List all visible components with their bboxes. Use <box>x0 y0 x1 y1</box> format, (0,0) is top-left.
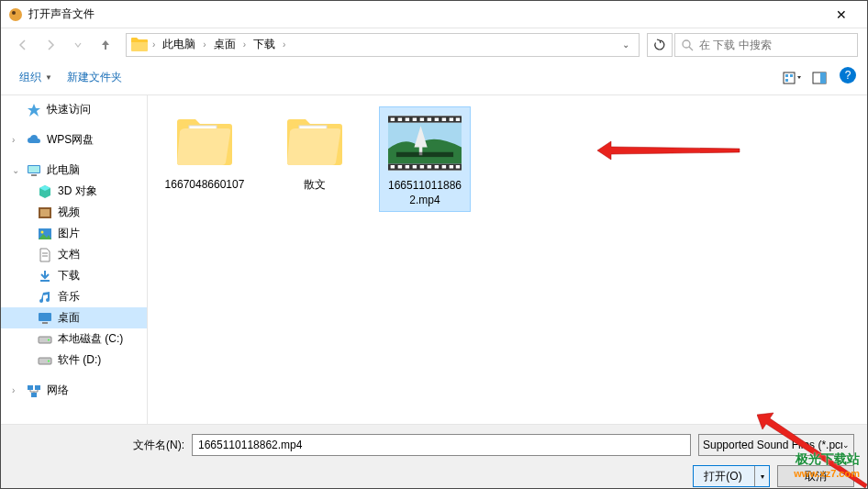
view-mode-button[interactable] <box>779 67 805 89</box>
sidebar-3dobjects[interactable]: 3D 对象 <box>1 181 147 202</box>
folder-thumbnail <box>168 110 241 174</box>
video-thumbnail <box>388 111 462 175</box>
new-folder-button[interactable]: 新建文件夹 <box>60 66 129 89</box>
breadcrumb[interactable]: › 此电脑 › 桌面 › 下载 › ⌄ <box>126 33 640 57</box>
sidebar-network[interactable]: › 网络 <box>1 380 147 401</box>
preview-pane-button[interactable] <box>807 67 832 89</box>
svg-rect-52 <box>450 117 453 121</box>
sidebar: 快速访问 › WPS网盘 ⌄ 此电脑 3D 对象 视频 图片 文档 下载 音乐 … <box>1 95 148 424</box>
svg-rect-10 <box>820 72 826 83</box>
svg-rect-6 <box>785 74 788 77</box>
svg-point-24 <box>48 339 50 340</box>
svg-rect-28 <box>35 385 40 390</box>
svg-rect-8 <box>785 79 788 82</box>
svg-rect-21 <box>39 313 51 321</box>
svg-rect-47 <box>413 117 417 121</box>
chevron-right-icon: › <box>150 39 157 50</box>
svg-rect-7 <box>790 74 793 77</box>
sidebar-downloads[interactable]: 下载 <box>1 265 147 286</box>
sidebar-disk-d[interactable]: 软件 (D:) <box>1 350 147 371</box>
sidebar-disk-c[interactable]: 本地磁盘 (C:) <box>1 328 147 350</box>
svg-rect-65 <box>396 152 453 157</box>
svg-rect-51 <box>442 117 446 121</box>
filetype-select[interactable]: Supported Sound Files (*.pcm ⌄ <box>698 434 854 456</box>
cube-icon <box>38 184 52 199</box>
chevron-down-icon: ⌄ <box>12 165 21 175</box>
svg-point-1 <box>12 11 16 15</box>
help-button[interactable]: ? <box>840 67 856 83</box>
sidebar-pictures[interactable]: 图片 <box>1 223 147 244</box>
svg-rect-29 <box>31 393 37 397</box>
sidebar-videos[interactable]: 视频 <box>1 202 147 223</box>
footer: 文件名(N): Supported Sound Files (*.pcm ⌄ 打… <box>1 424 867 489</box>
sidebar-wps[interactable]: › WPS网盘 <box>1 129 147 150</box>
svg-rect-54 <box>391 165 395 169</box>
breadcrumb-downloads[interactable]: 下载 <box>250 35 279 54</box>
sidebar-music[interactable]: 音乐 <box>1 286 147 307</box>
svg-rect-49 <box>428 117 431 121</box>
back-button[interactable] <box>10 33 36 57</box>
main-area: 快速访问 › WPS网盘 ⌄ 此电脑 3D 对象 视频 图片 文档 下载 音乐 … <box>1 95 867 424</box>
search-icon <box>681 39 694 51</box>
toolbar: 组织 ▼ 新建文件夹 ? <box>1 61 867 95</box>
svg-rect-13 <box>31 174 37 176</box>
desktop-icon <box>38 311 52 326</box>
monitor-icon <box>27 163 41 178</box>
refresh-button[interactable] <box>647 33 673 57</box>
filename-label: 文件名(N): <box>133 438 184 453</box>
svg-rect-61 <box>442 165 446 169</box>
sidebar-thispc[interactable]: ⌄ 此电脑 <box>1 160 147 181</box>
filename-input[interactable] <box>192 434 691 456</box>
folder-item[interactable]: 1667048660107 <box>159 106 250 196</box>
svg-point-0 <box>9 8 22 21</box>
window-title: 打开声音文件 <box>28 6 823 22</box>
svg-rect-12 <box>28 166 39 172</box>
app-icon <box>8 7 23 22</box>
titlebar: 打开声音文件 ✕ <box>1 1 867 28</box>
cancel-button[interactable]: 取消 <box>777 465 854 487</box>
cloud-icon <box>27 133 41 148</box>
svg-rect-50 <box>435 117 439 121</box>
sidebar-desktop[interactable]: 桌面 <box>1 307 147 328</box>
search-box[interactable] <box>674 33 858 57</box>
organize-menu[interactable]: 组织 ▼ <box>12 66 60 89</box>
breadcrumb-thispc[interactable]: 此电脑 <box>159 35 199 54</box>
recent-dropdown[interactable] <box>65 33 91 57</box>
close-button[interactable]: ✕ <box>823 2 860 28</box>
file-list[interactable]: 1667048660107 散文 1665110118862.mp4 <box>148 95 867 424</box>
open-dropdown-icon[interactable]: ▾ <box>754 466 769 486</box>
sidebar-quickaccess[interactable]: 快速访问 <box>1 99 147 120</box>
svg-rect-22 <box>42 322 48 324</box>
svg-line-4 <box>689 47 693 50</box>
open-button[interactable]: 打开(O)▾ <box>693 465 770 487</box>
svg-rect-58 <box>420 165 424 169</box>
breadcrumb-history-dropdown[interactable]: ⌄ <box>617 39 635 50</box>
sidebar-documents[interactable]: 文档 <box>1 244 147 265</box>
film-icon <box>38 206 52 220</box>
svg-rect-55 <box>398 165 402 169</box>
chevron-right-icon: › <box>201 39 207 50</box>
chevron-right-icon: › <box>12 385 21 395</box>
music-icon <box>38 290 52 305</box>
drive-icon <box>38 353 52 368</box>
file-name: 散文 <box>304 178 326 193</box>
svg-rect-45 <box>398 117 402 121</box>
chevron-right-icon: › <box>241 39 248 50</box>
svg-rect-62 <box>450 165 453 169</box>
network-icon <box>27 383 41 398</box>
annotation-arrow <box>597 137 744 164</box>
search-input[interactable] <box>699 39 851 51</box>
up-button[interactable] <box>93 33 118 57</box>
folder-icon <box>130 37 149 53</box>
breadcrumb-desktop[interactable]: 桌面 <box>210 35 239 54</box>
download-icon <box>38 269 52 283</box>
svg-rect-46 <box>406 117 409 121</box>
chevron-right-icon: › <box>12 135 21 145</box>
svg-rect-5 <box>784 72 795 83</box>
folder-thumbnail <box>278 110 351 174</box>
navigation-bar: › 此电脑 › 桌面 › 下载 › ⌄ <box>1 28 867 61</box>
video-file-item[interactable]: 1665110118862.mp4 <box>379 106 471 212</box>
svg-point-26 <box>48 360 50 361</box>
forward-button[interactable] <box>38 33 63 57</box>
folder-item[interactable]: 散文 <box>269 106 361 196</box>
